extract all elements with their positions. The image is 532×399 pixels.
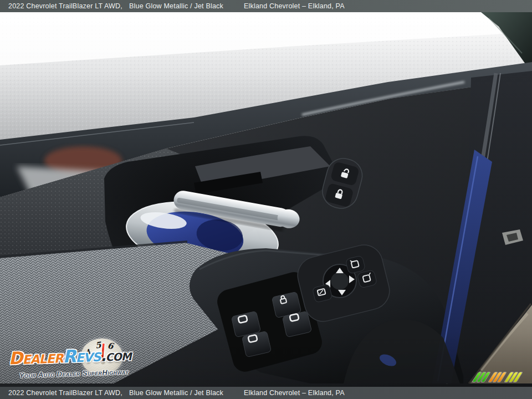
header-dealer-name: Elkland Chevrolet – Elkland, PA — [244, 0, 345, 12]
logo-revs-text: Revs — [63, 345, 101, 366]
header-vehicle-title: 2022 Chevrolet TrailBlazer LT AWD, — [8, 0, 122, 12]
logo-com-text: .com — [100, 346, 131, 365]
footer-vehicle-title: 2022 Chevrolet TrailBlazer LT AWD, — [8, 387, 122, 399]
header-bar: 2022 Chevrolet TrailBlazer LT AWD, Blue … — [0, 0, 532, 12]
logo-dealer-text: Dealer — [8, 346, 63, 368]
footer-color-spec: Blue Glow Metallic / Jet Black — [129, 387, 223, 399]
watermark-tagline: Your Auto Dealer SuperHighway — [19, 367, 129, 380]
dealerrevs-logo-text: DealerRevs.com — [8, 344, 131, 369]
footer-bar: 2022 Chevrolet TrailBlazer LT AWD, Blue … — [0, 387, 532, 399]
slash-marks-logo — [475, 371, 521, 382]
header-color-spec: Blue Glow Metallic / Jet Black — [129, 0, 223, 12]
screenshot-root: 2022 Chevrolet TrailBlazer LT AWD, Blue … — [0, 0, 532, 399]
dealerrevs-watermark: 4 5 6 7 DealerRevs.com Your Auto Dealer … — [4, 335, 161, 387]
footer-dealer-name: Elkland Chevrolet – Elkland, PA — [244, 387, 345, 399]
